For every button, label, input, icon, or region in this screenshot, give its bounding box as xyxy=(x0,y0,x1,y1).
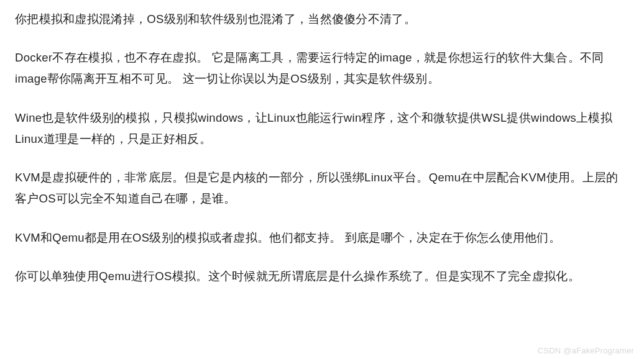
paragraph-5: KVM和Qemu都是用在OS级别的模拟或者虚拟。他们都支持。 到底是哪个，决定在… xyxy=(15,227,629,248)
document-content: 你把模拟和虚拟混淆掉，OS级别和软件级别也混淆了，当然傻傻分不清了。 Docke… xyxy=(0,0,644,296)
paragraph-1: 你把模拟和虚拟混淆掉，OS级别和软件级别也混淆了，当然傻傻分不清了。 xyxy=(15,9,629,30)
watermark: CSDN @aFakeProgramer xyxy=(538,346,634,355)
paragraph-3: Wine也是软件级别的模拟，只模拟windows，让Linux也能运行win程序… xyxy=(15,107,629,150)
paragraph-2: Docker不存在模拟，也不存在虚拟。 它是隔离工具，需要运行特定的image，… xyxy=(15,47,629,89)
paragraph-6: 你可以单独使用Qemu进行OS模拟。这个时候就无所谓底层是什么操作系统了。但是实… xyxy=(15,266,629,287)
paragraph-4: KVM是虚拟硬件的，非常底层。但是它是内核的一部分，所以强绑Linux平台。Qe… xyxy=(15,167,629,209)
